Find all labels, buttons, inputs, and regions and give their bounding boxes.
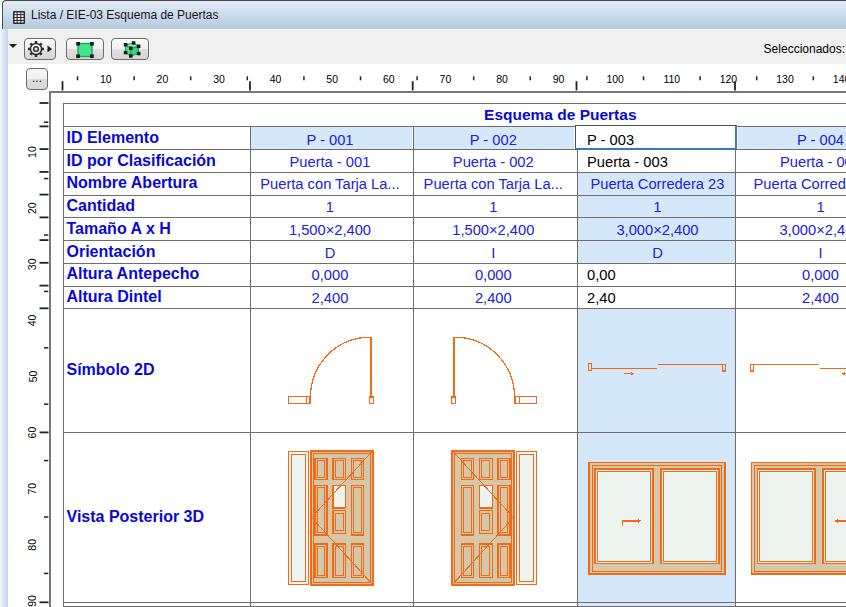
svg-text:80: 80 [27, 539, 39, 551]
svg-text:100: 100 [606, 73, 624, 85]
svg-text:60: 60 [27, 427, 39, 439]
svg-text:90: 90 [27, 595, 39, 607]
svg-text:50: 50 [326, 73, 338, 85]
svg-text:50: 50 [27, 371, 39, 383]
svg-text:30: 30 [27, 258, 39, 270]
svg-text:70: 70 [27, 483, 39, 495]
svg-text:140: 140 [833, 73, 846, 85]
svg-text:40: 40 [27, 314, 39, 326]
svg-text:30: 30 [213, 73, 225, 85]
svg-text:110: 110 [663, 73, 680, 85]
svg-text:80: 80 [496, 73, 508, 85]
svg-text:70: 70 [440, 73, 452, 85]
svg-text:20: 20 [157, 73, 169, 85]
svg-text:10: 10 [100, 73, 112, 85]
svg-text:60: 60 [383, 73, 395, 85]
svg-text:90: 90 [553, 73, 565, 85]
svg-text:20: 20 [27, 202, 39, 214]
svg-text:130: 130 [776, 73, 794, 85]
svg-text:10: 10 [27, 146, 39, 158]
svg-text:40: 40 [270, 73, 282, 85]
